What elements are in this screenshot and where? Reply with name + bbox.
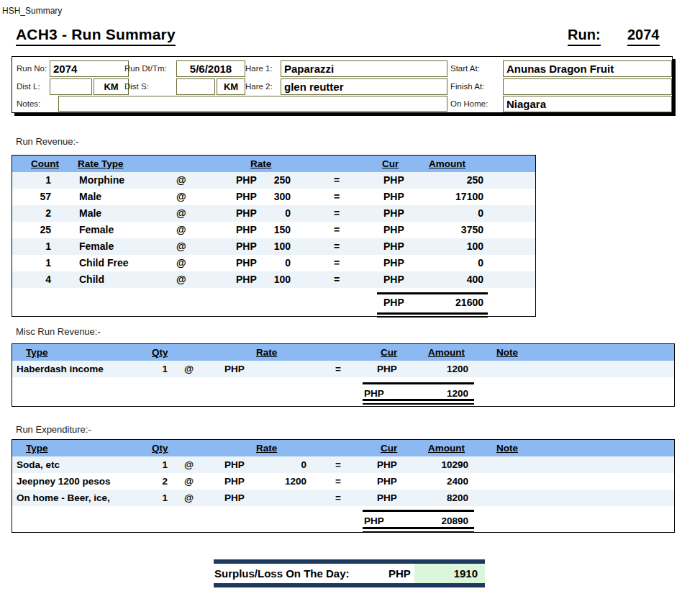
- table-row: 57 Male @ PHP 300 = PHP 17100: [12, 189, 535, 205]
- at-sign: @: [176, 222, 186, 238]
- start-at-label: Start At:: [450, 60, 480, 77]
- equals-sign: =: [334, 205, 340, 222]
- cell-rate-type: Female: [79, 222, 114, 238]
- report-window: HSH_Summary ACH3 - Run Summary Run: 2074…: [0, 0, 700, 599]
- exp-col-qty: Qty: [152, 440, 168, 456]
- run-no-label: Run No:: [17, 60, 47, 77]
- cell-rate-type: Male: [79, 205, 101, 222]
- misc-col-type: Type: [26, 344, 48, 361]
- cell-qty: 1: [132, 490, 168, 506]
- revenue-table-header: Count Rate Type Rate Cur Amount: [12, 156, 535, 172]
- exp-col-amount: Amount: [428, 440, 465, 456]
- cell-rate-cur: PHP: [224, 361, 245, 377]
- hare2-field[interactable]: glen reutter: [281, 78, 447, 95]
- table-row: 2 Male @ PHP 0 = PHP 0: [12, 205, 535, 222]
- notes-field[interactable]: [58, 96, 447, 112]
- cell-qty: 1: [132, 361, 168, 377]
- at-sign: @: [184, 473, 194, 490]
- cell-amount: 2400: [386, 473, 468, 490]
- cell-amount: 8200: [386, 490, 468, 506]
- at-sign: @: [176, 238, 186, 255]
- run-number-value: 2074: [627, 27, 660, 46]
- cell-type: On home - Beer, ice,: [17, 490, 110, 506]
- exp-col-rate: Rate: [256, 440, 277, 456]
- notes-label: Notes:: [17, 96, 40, 112]
- dist-l-label: Dist L:: [17, 78, 40, 95]
- exp-col-type: Type: [26, 440, 48, 456]
- total-rule-bottom-thin: [377, 317, 488, 318]
- misc-col-amount: Amount: [428, 344, 465, 361]
- cell-rate-type: Male: [79, 189, 101, 205]
- equals-sign: =: [334, 238, 340, 255]
- exp-col-note: Note: [496, 440, 518, 456]
- at-sign: @: [176, 172, 186, 189]
- revenue-col-amount: Amount: [429, 156, 465, 172]
- total-rule-top: [363, 382, 474, 384]
- revenue-col-type: Rate Type: [78, 156, 124, 172]
- cell-rate: 150: [250, 222, 291, 238]
- table-row: Soda, etc 1 @ PHP 0 = PHP 10290: [12, 456, 674, 473]
- dist-l-field[interactable]: [50, 78, 92, 95]
- hare1-label: Hare 1:: [245, 60, 273, 77]
- equals-sign: =: [335, 456, 341, 473]
- run-date-field[interactable]: 5/6/2018: [176, 60, 245, 77]
- cell-rate-cur: PHP: [224, 456, 245, 473]
- cell-rate: 100: [250, 271, 291, 288]
- cell-type: Soda, etc: [17, 456, 60, 473]
- cell-rate: 0: [250, 255, 291, 271]
- table-row: 25 Female @ PHP 150 = PHP 3750: [12, 222, 535, 238]
- total-rule-bottom: [363, 399, 474, 401]
- equals-sign: =: [335, 490, 341, 506]
- cell-qty: 1: [132, 456, 168, 473]
- revenue-section-label: Run Revenue:-: [16, 136, 78, 147]
- cell-type: Jeepney 1200 pesos: [17, 473, 111, 490]
- table-row: On home - Beer, ice, 1 @ PHP = PHP 8200: [12, 490, 674, 506]
- cell-count: 1: [17, 172, 51, 189]
- cell-count: 4: [17, 271, 51, 288]
- cell-amount: 250: [401, 172, 483, 189]
- run-details-form: Run No: 2074 Run Dt/Tm: 5/6/2018 Hare 1:…: [12, 56, 673, 113]
- cell-qty: 2: [132, 473, 168, 490]
- table-row: 1 Female @ PHP 100 = PHP 100: [12, 238, 535, 255]
- cell-amount: 10290: [386, 456, 468, 473]
- on-home-field[interactable]: Niagara: [503, 96, 672, 112]
- expenditure-section-label: Run Expenditure:-: [16, 424, 91, 435]
- equals-sign: =: [334, 271, 340, 288]
- misc-section-label: Misc Run Revenue:-: [16, 326, 101, 337]
- table-row: 1 Morphine @ PHP 250 = PHP 250: [12, 172, 535, 189]
- dist-l-unit: KM: [94, 78, 129, 95]
- cell-count: 2: [17, 205, 51, 222]
- cell-amount: 17100: [401, 189, 483, 205]
- cell-amount: 3750: [401, 222, 483, 238]
- cell-count: 1: [17, 255, 51, 271]
- cell-rate: 0: [250, 205, 291, 222]
- hare1-field[interactable]: Paparazzi: [281, 60, 447, 77]
- cell-rate-type: Child Free: [79, 255, 128, 271]
- cell-count: 25: [17, 222, 51, 238]
- start-at-field[interactable]: Anunas Dragon Fruit: [503, 60, 672, 77]
- cell-rate-type: Child: [79, 271, 104, 288]
- at-sign: @: [176, 255, 186, 271]
- page-title: ACH3 - Run Summary: [16, 26, 176, 46]
- finish-at-field[interactable]: [503, 78, 672, 95]
- cell-count: 1: [17, 238, 51, 255]
- cell-rate-cur: PHP: [224, 490, 245, 506]
- dist-s-field[interactable]: [176, 78, 215, 95]
- window-title: HSH_Summary: [2, 6, 62, 16]
- run-date-label: Run Dt/Tm:: [124, 60, 167, 77]
- revenue-col-rate: Rate: [250, 156, 271, 172]
- equals-sign: =: [334, 189, 340, 205]
- equals-sign: =: [334, 172, 340, 189]
- cell-count: 57: [17, 189, 51, 205]
- misc-col-note: Note: [496, 344, 518, 361]
- cell-amount: 0: [401, 205, 483, 222]
- run-no-field[interactable]: 2074: [50, 60, 129, 77]
- table-row: 1 Child Free @ PHP 0 = PHP 0: [12, 255, 535, 271]
- cell-rate: 0: [257, 456, 306, 473]
- cell-amount: 100: [401, 238, 483, 255]
- revenue-col-cur: Cur: [382, 156, 399, 172]
- cell-rate: 300: [250, 189, 291, 205]
- at-sign: @: [184, 361, 194, 377]
- total-rule-bottom-thin: [363, 531, 474, 533]
- surplus-summary: Surplus/Loss On The Day: PHP 1910: [214, 559, 485, 588]
